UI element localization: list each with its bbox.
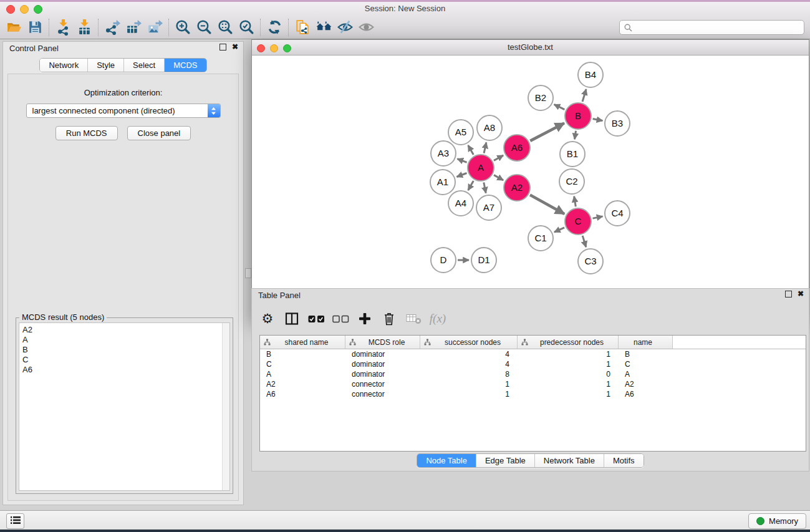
- criterion-dropdown[interactable]: largest connected component (directed): [26, 104, 221, 118]
- graph-edge-A-A5[interactable]: [468, 145, 474, 155]
- table-cell[interactable]: A: [260, 370, 345, 379]
- mcds-result-list[interactable]: A2ABCA6: [19, 322, 230, 491]
- gear-button[interactable]: ⚙: [258, 307, 277, 330]
- table-cell[interactable]: A: [619, 370, 673, 379]
- graph-node-C2[interactable]: C2: [559, 169, 584, 194]
- search-input[interactable]: [619, 20, 804, 35]
- float-table-panel-icon[interactable]: [785, 291, 792, 297]
- graph-edge-A-A6[interactable]: [494, 155, 503, 160]
- graph-edge-B-B1[interactable]: [575, 131, 576, 140]
- tab-mcds[interactable]: MCDS: [164, 59, 206, 72]
- tab-select[interactable]: Select: [123, 59, 164, 72]
- graph-node-A3[interactable]: A3: [431, 141, 456, 166]
- graph-edge-B-B4[interactable]: [582, 89, 586, 102]
- close-panel-button[interactable]: Close panel: [127, 126, 191, 140]
- graph-edge-C-C2[interactable]: [574, 196, 576, 207]
- tab-network[interactable]: Network: [40, 59, 87, 72]
- export-table-button[interactable]: [123, 17, 144, 37]
- table-cell[interactable]: C: [260, 360, 345, 369]
- graph-edge-A-A1[interactable]: [457, 173, 467, 177]
- mcds-result-item[interactable]: A6: [19, 365, 229, 375]
- graph-node-A[interactable]: A: [468, 155, 494, 181]
- graph-node-B1[interactable]: B1: [560, 142, 585, 167]
- graph-node-A7[interactable]: A7: [476, 195, 501, 220]
- table-cell[interactable]: 4: [420, 350, 518, 359]
- graph-node-C1[interactable]: C1: [528, 226, 553, 251]
- column-header-predecessor-nodes[interactable]: predecessor nodes: [518, 336, 619, 349]
- graph-node-D1[interactable]: D1: [471, 248, 496, 273]
- table-row[interactable]: A6connector11A6: [260, 389, 806, 399]
- zoom-out-button[interactable]: [193, 17, 215, 37]
- table-cell[interactable]: dominator: [345, 350, 420, 359]
- memory-button[interactable]: Memory: [748, 513, 806, 529]
- select-all-checkboxes-button[interactable]: [307, 307, 325, 330]
- zoom-window-button[interactable]: [34, 5, 42, 14]
- network-minimize-button[interactable]: [270, 44, 278, 52]
- save-session-button[interactable]: [24, 17, 46, 37]
- graph-node-D[interactable]: D: [431, 248, 456, 273]
- refresh-layout-button[interactable]: [264, 17, 285, 37]
- graph-node-A2[interactable]: A2: [504, 175, 530, 201]
- show-graphics-details-button[interactable]: [355, 17, 377, 37]
- graph-node-A4[interactable]: A4: [448, 191, 473, 216]
- table-tab-network-table[interactable]: Network Table: [534, 454, 604, 467]
- table-row[interactable]: Bdominator41B: [260, 349, 806, 359]
- delete-column-button[interactable]: [380, 307, 398, 330]
- graph-node-C3[interactable]: C3: [578, 249, 603, 274]
- table-cell[interactable]: connector: [345, 380, 420, 389]
- mcds-result-item[interactable]: A2: [19, 325, 229, 335]
- table-row[interactable]: A2connector11A2: [260, 379, 806, 389]
- graph-node-B[interactable]: B: [565, 103, 591, 129]
- import-table-button[interactable]: [74, 17, 95, 37]
- table-cell[interactable]: 1: [518, 380, 619, 389]
- graph-edge-A-A4[interactable]: [468, 181, 474, 190]
- table-cell[interactable]: 1: [518, 350, 619, 359]
- network-canvas[interactable]: B4B2BB3A5A8A6A3AB1A1C2A2A4A7C4CC1C3DD1: [252, 56, 809, 319]
- table-row[interactable]: Adominator80A: [260, 369, 806, 379]
- table-tab-edge-table[interactable]: Edge Table: [476, 454, 534, 467]
- table-cell[interactable]: B: [619, 350, 673, 359]
- table-cell[interactable]: 1: [518, 390, 619, 399]
- mcds-result-item[interactable]: C: [19, 355, 229, 365]
- graph-edge-C-C4[interactable]: [593, 216, 603, 218]
- column-header-successor-nodes[interactable]: successor nodes: [420, 336, 518, 349]
- import-network-button[interactable]: [52, 17, 74, 37]
- table-cell[interactable]: A2: [619, 380, 673, 389]
- zoom-fit-button[interactable]: [215, 17, 236, 37]
- graph-edge-A-A3[interactable]: [457, 159, 466, 163]
- new-network-from-file-button[interactable]: [292, 17, 313, 37]
- table-cell[interactable]: dominator: [345, 370, 420, 379]
- graph-edge-C-C1[interactable]: [554, 228, 564, 232]
- close-panel-icon[interactable]: ✖: [232, 44, 238, 51]
- tab-style[interactable]: Style: [87, 59, 123, 72]
- table-cell[interactable]: dominator: [345, 360, 420, 369]
- close-table-panel-icon[interactable]: ✖: [798, 291, 804, 297]
- open-session-button[interactable]: [3, 17, 24, 37]
- table-tab-node-table[interactable]: Node Table: [417, 454, 476, 467]
- float-panel-icon[interactable]: [219, 44, 226, 51]
- graph-node-A5[interactable]: A5: [448, 120, 473, 145]
- vertical-splitter-handle[interactable]: [245, 268, 251, 278]
- table-cell[interactable]: A2: [260, 380, 345, 389]
- graph-node-C4[interactable]: C4: [605, 201, 630, 226]
- clear-all-checkboxes-button[interactable]: [331, 307, 350, 330]
- table-cell[interactable]: 1: [420, 380, 518, 389]
- table-cell[interactable]: 1: [420, 390, 518, 399]
- graph-edge-A2-C[interactable]: [530, 195, 564, 214]
- graph-node-B3[interactable]: B3: [605, 111, 630, 136]
- graph-edge-A-A2[interactable]: [494, 175, 503, 180]
- graph-node-A6[interactable]: A6: [504, 135, 530, 161]
- minimize-window-button[interactable]: [20, 5, 29, 14]
- table-cell[interactable]: 4: [420, 360, 518, 369]
- graph-node-B2[interactable]: B2: [528, 85, 553, 110]
- column-header-name[interactable]: name: [619, 336, 673, 349]
- table-tab-motifs[interactable]: Motifs: [604, 454, 644, 467]
- graph-node-A8[interactable]: A8: [477, 115, 502, 140]
- add-column-button[interactable]: [355, 307, 374, 330]
- table-cell[interactable]: A6: [619, 390, 673, 399]
- table-cell[interactable]: 1: [518, 360, 619, 369]
- table-cell[interactable]: B: [260, 350, 345, 359]
- graph-edge-A-A7[interactable]: [484, 183, 486, 193]
- network-close-button[interactable]: [257, 44, 265, 52]
- hide-graphics-details-button[interactable]: [334, 17, 355, 37]
